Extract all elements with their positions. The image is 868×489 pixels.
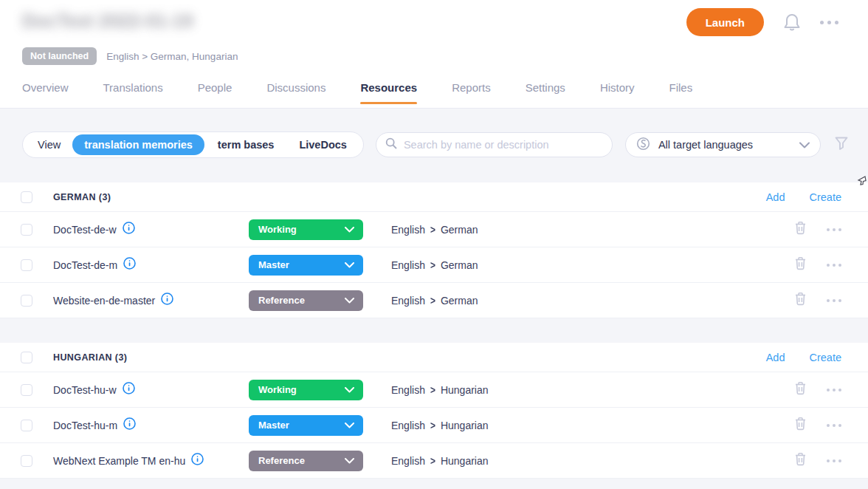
- lang-target: Hungarian: [441, 455, 489, 467]
- filter-funnel-icon[interactable]: [834, 136, 849, 154]
- chevron-down-icon: [345, 387, 354, 393]
- segment-term-bases[interactable]: term bases: [206, 134, 286, 155]
- lang-source: English: [391, 259, 425, 271]
- segment-translation-memories[interactable]: translation memories: [72, 134, 204, 155]
- tm-type-label: Working: [258, 384, 345, 395]
- lang-source: English: [391, 384, 425, 396]
- chevron-right-icon: >: [430, 419, 435, 431]
- tm-row: DocTest-hu-w Working English > Hungarian: [0, 372, 868, 408]
- tab-history[interactable]: History: [600, 81, 635, 104]
- row-select-checkbox[interactable]: [21, 224, 32, 236]
- target-language-filter[interactable]: All target languages: [625, 132, 821, 157]
- resource-type-switcher: View translation memories term bases Liv…: [22, 131, 364, 158]
- section-header: GERMAN (3) Add Create: [0, 182, 868, 212]
- tab-people[interactable]: People: [198, 81, 232, 104]
- delete-trash-icon[interactable]: [794, 452, 807, 469]
- language-section: HUNGARIAN (3) Add Create DocTest-hu-w Wo…: [0, 343, 868, 479]
- info-icon[interactable]: [161, 293, 173, 308]
- lang-target: German: [441, 259, 478, 271]
- tm-name: DocTest-de-w: [53, 224, 117, 236]
- tm-type-badge[interactable]: Reference: [249, 290, 363, 311]
- language-pair: English > Hungarian: [391, 455, 794, 467]
- lang-source: English: [391, 420, 425, 431]
- launch-button[interactable]: Launch: [686, 8, 764, 36]
- tab-reports[interactable]: Reports: [452, 81, 491, 104]
- chevron-right-icon: >: [430, 383, 435, 395]
- row-select-checkbox[interactable]: [21, 295, 32, 307]
- chevron-down-icon: [345, 458, 354, 464]
- tm-type-badge[interactable]: Master: [249, 255, 363, 276]
- globe-icon: [636, 137, 650, 154]
- tm-name: DocTest-hu-w: [53, 384, 117, 396]
- tm-type-label: Working: [258, 224, 345, 235]
- lang-source: English: [391, 295, 425, 307]
- section-rows: DocTest-de-w Working English > German: [0, 212, 868, 318]
- tm-row: Website-en-de-master Reference English >…: [0, 283, 868, 318]
- delete-trash-icon[interactable]: [794, 381, 807, 398]
- language-pair: English > German: [391, 295, 794, 307]
- language-pair: English > Hungarian: [391, 384, 794, 396]
- row-select-checkbox[interactable]: [21, 455, 32, 467]
- tab-files[interactable]: Files: [669, 81, 693, 104]
- row-overflow-menu-icon[interactable]: [827, 386, 841, 394]
- add-link[interactable]: Add: [766, 352, 785, 363]
- lang-target: Hungarian: [441, 420, 489, 431]
- tab-resources[interactable]: Resources: [360, 81, 417, 104]
- tm-type-badge[interactable]: Working: [249, 380, 363, 400]
- language-pair: English > German: [391, 259, 794, 271]
- language-pair: English > German: [391, 224, 794, 236]
- search-icon: [385, 137, 397, 152]
- row-overflow-menu-icon[interactable]: [827, 456, 841, 465]
- chevron-right-icon: >: [430, 259, 435, 270]
- lang-target: Hungarian: [441, 384, 489, 396]
- header-overflow-menu-icon[interactable]: [820, 18, 838, 27]
- delete-trash-icon[interactable]: [794, 221, 807, 238]
- row-select-checkbox[interactable]: [21, 259, 32, 271]
- project-language-summary: English > German, Hungarian: [106, 51, 238, 62]
- chevron-down-icon: [345, 227, 354, 233]
- row-overflow-menu-icon[interactable]: [827, 225, 841, 234]
- chevron-down-icon: [345, 298, 354, 304]
- tm-row: DocTest-de-w Working English > German: [0, 212, 868, 247]
- row-select-checkbox[interactable]: [21, 420, 32, 431]
- page-title: DocTest 2022-01-19: [22, 10, 244, 32]
- row-overflow-menu-icon[interactable]: [827, 421, 841, 430]
- row-select-checkbox[interactable]: [21, 384, 32, 396]
- delete-trash-icon[interactable]: [794, 256, 807, 273]
- tab-discussions[interactable]: Discussions: [266, 81, 326, 104]
- tab-settings[interactable]: Settings: [526, 81, 565, 104]
- tm-row: DocTest-hu-m Master English > Hungarian: [0, 408, 868, 443]
- section-select-checkbox[interactable]: [21, 191, 32, 203]
- row-overflow-menu-icon[interactable]: [827, 296, 841, 305]
- tm-name: DocTest-hu-m: [53, 420, 117, 431]
- view-label: View: [27, 139, 72, 151]
- info-icon[interactable]: [191, 453, 204, 468]
- tab-overview[interactable]: Overview: [22, 81, 69, 104]
- section-select-checkbox[interactable]: [21, 352, 32, 363]
- chevron-down-icon: [345, 423, 354, 428]
- delete-trash-icon[interactable]: [794, 417, 807, 434]
- create-link[interactable]: Create: [809, 191, 841, 203]
- status-badge: Not launched: [22, 47, 97, 65]
- tab-bar: Overview Translations People Discussions…: [0, 81, 868, 104]
- tm-type-badge[interactable]: Working: [249, 219, 363, 240]
- create-link[interactable]: Create: [809, 352, 841, 363]
- tm-type-badge[interactable]: Master: [249, 415, 363, 436]
- info-icon[interactable]: [123, 257, 136, 273]
- section-title: GERMAN (3): [53, 192, 111, 202]
- tm-type-badge[interactable]: Reference: [249, 451, 363, 471]
- info-icon[interactable]: [123, 382, 135, 397]
- add-link[interactable]: Add: [766, 191, 785, 203]
- row-overflow-menu-icon[interactable]: [827, 261, 841, 270]
- info-icon[interactable]: [123, 417, 136, 433]
- info-icon[interactable]: [123, 222, 135, 237]
- chevron-right-icon: >: [430, 223, 435, 235]
- search-input[interactable]: [404, 139, 603, 151]
- tab-translations[interactable]: Translations: [103, 81, 163, 104]
- tm-row: WebNext Example TM en-hu Reference Engli…: [0, 443, 868, 479]
- notifications-bell-icon[interactable]: [783, 13, 801, 32]
- delete-trash-icon[interactable]: [794, 292, 807, 309]
- segment-livedocs[interactable]: LiveDocs: [287, 134, 358, 155]
- lang-source: English: [391, 224, 425, 236]
- mouse-cursor-icon: [856, 174, 867, 189]
